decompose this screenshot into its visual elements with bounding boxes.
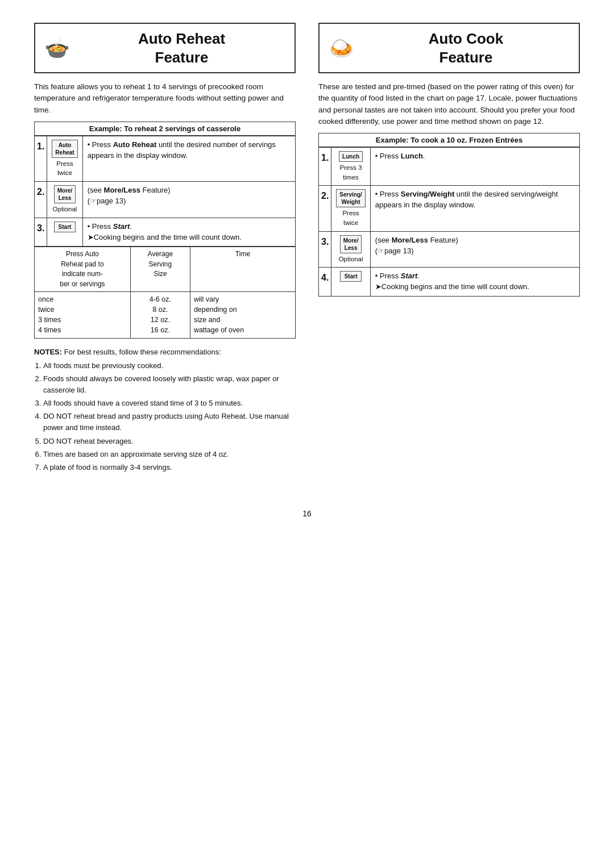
notes-intro: NOTES: For best results, follow these re… — [34, 347, 296, 358]
cook-step-2-icon-box: Serving/Weight Press twice — [336, 189, 365, 227]
cook-step-1: 1. Lunch Press 3 times • Press Lunch. — [319, 148, 580, 186]
cook-title: Auto CookFeature — [362, 30, 570, 66]
reheat-steps-table: 1. AutoReheat Press twice • Press Auto R… — [34, 136, 296, 247]
page-content: 🍲 Auto ReheatFeature This feature allows… — [34, 23, 580, 518]
step-2-label: Optional — [53, 205, 77, 214]
cook-header: 🍛 Auto CookFeature — [318, 23, 580, 73]
step-3-btn: Start — [54, 222, 76, 232]
cook-column: 🍛 Auto CookFeature These are tested and … — [318, 23, 580, 297]
reheat-icon: 🍲 — [44, 38, 70, 59]
cook-step-3-icon-box: More/Less Optional — [336, 235, 365, 264]
serving-row-once: oncetwice3 times4 times 4-6 oz.8 oz.12 o… — [35, 292, 296, 339]
reheat-step-2: 2. More/Less Optional (see More/Less Fea… — [35, 182, 296, 218]
cook-step-4-icon-box: Start — [336, 271, 365, 283]
step-3-num: 3. — [37, 223, 44, 233]
cook-step-3-btn: More/Less — [340, 235, 362, 253]
step-3-instruction: • Press Start.➤Cooking begins and the ti… — [88, 222, 242, 241]
note-2: Foods should always be covered loosely w… — [43, 373, 296, 396]
step-2-instruction: (see More/Less Feature)(☞page 13) — [88, 186, 171, 205]
reheat-title: Auto ReheatFeature — [78, 30, 285, 66]
cook-step-4: 4. Start • Press Start.➤Cooking begins a… — [319, 268, 580, 297]
cook-icon: 🍛 — [329, 38, 354, 59]
serving-col1-header: Press AutoReheat pad toindicate num-ber … — [35, 247, 131, 292]
cook-step-4-instruction: • Press Start.➤Cooking begins and the ti… — [375, 272, 529, 291]
cook-step-3-num: 3. — [321, 237, 329, 247]
reheat-example-heading: Example: To reheat 2 servings of cassero… — [34, 122, 296, 136]
reheat-header: 🍲 Auto ReheatFeature — [34, 23, 296, 73]
step-2-icon-box: More/Less Optional — [52, 185, 77, 214]
cook-description: These are tested and pre-timed (based on… — [318, 81, 580, 127]
notes-section: NOTES: For best results, follow these re… — [34, 347, 296, 473]
step-1-instruction: • Press Auto Reheat until the desired nu… — [88, 140, 276, 160]
serving-col2-header: AverageServingSize — [130, 247, 190, 292]
serving-header-row: Press AutoReheat pad toindicate num-ber … — [35, 247, 296, 292]
page-number: 16 — [34, 509, 580, 518]
serving-size-once: 4-6 oz.8 oz.12 oz.16 oz. — [130, 292, 190, 339]
cook-step-2-num: 2. — [321, 191, 329, 201]
cook-step-2-btn: Serving/Weight — [336, 189, 365, 207]
step-2-num: 2. — [37, 187, 44, 197]
note-5: DO NOT reheat beverages. — [43, 436, 296, 447]
cook-step-3-instruction: (see More/Less Feature)(☞page 13) — [375, 236, 458, 255]
step-1-label: Press twice — [52, 159, 77, 178]
note-1: All foods must be previously cooked. — [43, 360, 296, 372]
two-column-layout: 🍲 Auto ReheatFeature This feature allows… — [34, 23, 580, 475]
cook-step-1-icon-box: Lunch Press 3 times — [336, 151, 365, 182]
reheat-column: 🍲 Auto ReheatFeature This feature allows… — [34, 23, 296, 475]
cook-step-1-label: Press 3 times — [336, 163, 365, 182]
cook-step-4-btn: Start — [340, 271, 362, 282]
serving-times-once: oncetwice3 times4 times — [35, 292, 131, 339]
notes-list: All foods must be previously cooked. Foo… — [43, 360, 296, 473]
cook-step-2-label: Press twice — [336, 208, 365, 227]
serving-col3-header: Time — [190, 247, 295, 292]
cook-step-4-num: 4. — [321, 273, 329, 282]
step-2-btn: More/Less — [54, 185, 76, 203]
step-1-num: 1. — [37, 141, 44, 151]
note-4: DO NOT reheat bread and pastry products … — [43, 411, 296, 433]
cook-step-1-btn: Lunch — [339, 151, 363, 162]
reheat-description: This feature allows you to reheat 1 to 4… — [34, 81, 296, 116]
step-1-icon-box: AutoReheat Press twice — [52, 140, 77, 178]
note-7: A plate of food is normally 3-4 servings… — [43, 462, 296, 473]
reheat-step-3: 3. Start • Press Start.➤Cooking begins a… — [35, 218, 296, 247]
cook-steps-table: 1. Lunch Press 3 times • Press Lunch. — [318, 147, 580, 297]
cook-step-1-num: 1. — [321, 153, 329, 162]
cook-example-heading: Example: To cook a 10 oz. Frozen Entrées — [318, 133, 580, 147]
serving-size-table: Press AutoReheat pad toindicate num-ber … — [34, 247, 296, 338]
cook-step-1-instruction: • Press Lunch. — [375, 152, 425, 160]
cook-step-2-instruction: • Press Serving/Weight until the desired… — [375, 190, 558, 209]
note-3: All foods should have a covered stand ti… — [43, 398, 296, 409]
note-6: Times are based on an approximate servin… — [43, 449, 296, 460]
step-3-icon-box: Start — [52, 222, 77, 233]
cook-step-3: 3. More/Less Optional (see More/Less Fea… — [319, 231, 580, 268]
reheat-step-1: 1. AutoReheat Press twice • Press Auto R… — [35, 136, 296, 181]
cook-step-2: 2. Serving/Weight Press twice • Press Se… — [319, 186, 580, 231]
step-1-btn: AutoReheat — [52, 140, 77, 158]
serving-time-once: will varydepending onsize andwattage of … — [190, 292, 295, 339]
cook-step-3-label: Optional — [339, 254, 363, 264]
